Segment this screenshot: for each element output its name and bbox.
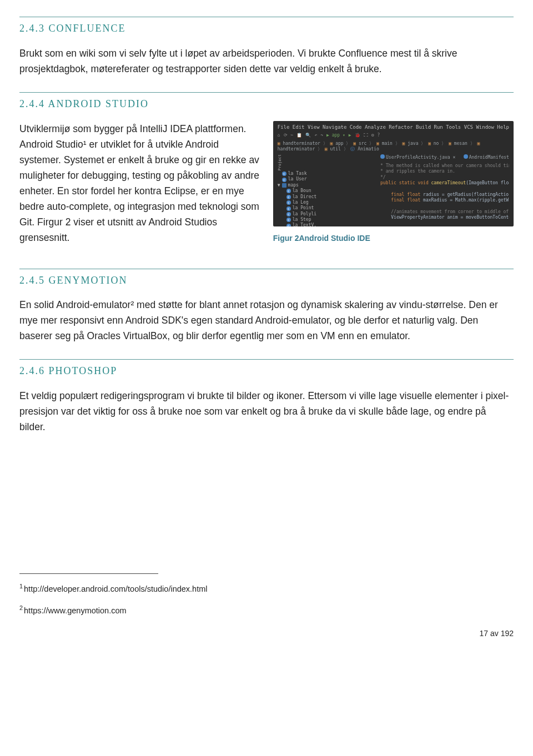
footnote-1: 1http://developer.android.com/tools/stud…	[19, 582, 514, 596]
ide-menubar: File Edit View Navigate Code Analyze Ref…	[278, 124, 509, 131]
footnote-2: 2https://www.genymotion.com	[19, 603, 514, 617]
footnote-separator	[19, 573, 158, 574]
ide-editor-tabs: UserProfileActivity.java × AndroidManife…	[380, 154, 509, 160]
ide-code-editor: * The method is called when our camera s…	[380, 163, 509, 226]
heading-android-studio: 2.4.4 ANDROID STUDIO	[19, 92, 514, 112]
body-confluence: Brukt som en wiki som vi selv fylte ut i…	[19, 46, 514, 77]
ide-screenshot: File Edit View Navigate Code Analyze Ref…	[273, 121, 514, 226]
body-android-studio: Utviklermijø som bygger på IntelliJ IDEA…	[19, 121, 261, 245]
ide-project-tree: Project cla Task cla User ▼maps cla Boun…	[278, 154, 375, 226]
figure-android-studio: File Edit View Navigate Code Analyze Ref…	[273, 121, 514, 244]
heading-genymotion: 2.4.5 GENYMOTION	[19, 269, 514, 289]
heading-photoshop: 2.4.6 PHOTOSHOP	[19, 359, 514, 379]
page-number: 17 av 192	[19, 627, 514, 639]
body-genymotion: En solid Android-emulator² med støtte fo…	[19, 297, 514, 344]
heading-confluence: 2.4.3 CONFLUENCE	[19, 17, 514, 37]
figure-caption: Figur 2Android Studio IDE	[273, 232, 514, 244]
ide-breadcrumbs: ▣ handterminator 〉 ▣ app 〉 ▣ src 〉 ▣ mai…	[278, 141, 509, 153]
ide-toolbar: ⌂⟳✂📋🔍↶↷▶ app ▾▶🐞⛶⚙?	[278, 133, 509, 138]
body-photoshop: Et veldig populært redigeringsprogram vi…	[19, 388, 514, 435]
